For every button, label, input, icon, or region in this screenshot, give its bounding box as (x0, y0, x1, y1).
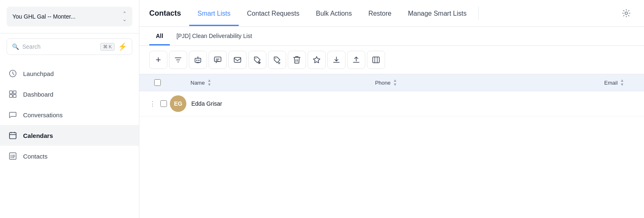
top-nav-divider (478, 7, 479, 20)
row-checkbox-col (157, 100, 170, 107)
tab-manage-smart-lists[interactable]: Manage Smart Lists (400, 1, 475, 26)
avatar: EG (170, 95, 186, 112)
svg-rect-16 (373, 57, 379, 63)
svg-rect-5 (9, 133, 16, 139)
sidebar-nav: Launchpad Dashboard Conversations (0, 60, 139, 218)
email-sort-icon: ▲▼ (620, 78, 624, 87)
svg-point-14 (256, 58, 256, 59)
settings-button[interactable] (618, 5, 634, 21)
delete-button[interactable] (288, 51, 306, 69)
contacts-icon (8, 152, 17, 161)
workspace-selector[interactable]: You GHL Gal -- Monter... ⌃⌄ (7, 7, 132, 26)
header-checkbox-col (149, 79, 166, 86)
svg-rect-8 (195, 58, 201, 62)
svg-rect-3 (9, 95, 12, 97)
sub-tab-pjd-label: [PJD] Clean Deliverability List (176, 33, 252, 39)
add-tag-button[interactable] (248, 51, 266, 69)
columns-button[interactable] (367, 51, 385, 69)
tab-restore-label: Restore (368, 10, 391, 17)
avatar-initials: EG (174, 100, 182, 107)
sub-tab-all[interactable]: All (149, 27, 170, 45)
row-menu-dots[interactable]: ⋮ (149, 100, 157, 108)
svg-rect-6 (9, 153, 16, 159)
launchpad-icon (8, 69, 17, 78)
bot-button[interactable] (189, 51, 207, 69)
svg-rect-1 (9, 91, 12, 94)
tab-smart-lists-label: Smart Lists (197, 10, 230, 17)
row-select-checkbox[interactable] (160, 100, 167, 107)
workspace-name: You GHL Gal -- Monter... (12, 13, 75, 20)
column-phone-label: Phone (375, 80, 391, 86)
download-button[interactable] (327, 51, 346, 69)
toolbar: + (139, 46, 644, 74)
tab-bulk-actions-label: Bulk Actions (316, 10, 352, 17)
table-area: Name ▲▼ Phone ▲▼ Email ▲▼ ⋮ EG Edda Gris… (139, 74, 644, 218)
search-kbd: ⌘ K (100, 43, 115, 51)
chevron-updown-icon: ⌃⌄ (122, 11, 127, 22)
search-icon: 🔍 (12, 43, 19, 50)
sidebar-item-launchpad-label: Launchpad (23, 70, 54, 77)
svg-rect-4 (13, 95, 16, 97)
tab-contact-requests[interactable]: Contact Requests (239, 1, 308, 26)
sidebar-item-dashboard[interactable]: Dashboard (0, 84, 139, 104)
tab-contact-requests-label: Contact Requests (247, 10, 299, 17)
sidebar-header: You GHL Gal -- Monter... ⌃⌄ (0, 0, 139, 33)
upload-button[interactable] (347, 51, 365, 69)
phone-sort-icon: ▲▼ (393, 78, 397, 87)
svg-point-10 (198, 60, 200, 61)
search-bar[interactable]: 🔍 Search ⌘ K ⚡ (7, 38, 132, 55)
top-nav: Contacts Smart Lists Contact Requests Bu… (139, 0, 644, 27)
star-button[interactable] (308, 51, 326, 69)
column-header-phone[interactable]: Phone ▲▼ (375, 78, 486, 87)
sidebar-item-launchpad[interactable]: Launchpad (0, 63, 139, 84)
calendars-icon (8, 131, 17, 140)
add-contact-button[interactable]: + (149, 51, 167, 69)
table-header-row: Name ▲▼ Phone ▲▼ Email ▲▼ (139, 74, 644, 91)
message-button[interactable] (209, 51, 227, 69)
sidebar-item-conversations-label: Conversations (23, 111, 63, 118)
select-all-checkbox[interactable] (154, 79, 161, 86)
sub-tab-all-label: All (156, 33, 163, 39)
column-header-email[interactable]: Email ▲▼ (486, 78, 634, 87)
name-sort-icon: ▲▼ (207, 78, 212, 87)
column-header-name[interactable]: Name ▲▼ (166, 78, 375, 87)
filter-button[interactable] (169, 51, 187, 69)
sidebar-item-conversations[interactable]: Conversations (0, 104, 139, 125)
sub-tab-pjd[interactable]: [PJD] Clean Deliverability List (170, 27, 259, 45)
svg-point-15 (275, 58, 276, 59)
main-content: Contacts Smart Lists Contact Requests Bu… (139, 0, 644, 218)
tab-contacts[interactable]: Contacts (149, 0, 189, 26)
tab-contacts-label: Contacts (149, 9, 181, 17)
sub-tabs: All [PJD] Clean Deliverability List (139, 27, 644, 46)
column-name-label: Name (190, 80, 205, 86)
remove-tag-button[interactable] (268, 51, 286, 69)
table-row: ⋮ EG Edda Grisar (139, 91, 644, 116)
sidebar-item-contacts-label: Contacts (23, 153, 47, 160)
sidebar-item-calendars-label: Calendars (23, 132, 53, 139)
sidebar: You GHL Gal -- Monter... ⌃⌄ 🔍 Search ⌘ K… (0, 0, 139, 218)
svg-rect-2 (13, 91, 16, 94)
sidebar-item-contacts[interactable]: Contacts (0, 146, 139, 166)
svg-point-9 (196, 60, 197, 61)
column-email-label: Email (604, 80, 618, 86)
tab-restore[interactable]: Restore (360, 1, 400, 26)
sidebar-item-calendars[interactable]: Calendars (0, 125, 139, 146)
search-left: 🔍 Search (12, 43, 40, 50)
conversations-icon (8, 110, 17, 119)
search-label: Search (22, 43, 40, 50)
dashboard-icon (8, 90, 17, 99)
email-button[interactable] (228, 51, 247, 69)
search-right: ⌘ K ⚡ (100, 42, 127, 51)
svg-point-7 (625, 12, 628, 14)
tab-smart-lists[interactable]: Smart Lists (189, 1, 239, 26)
sidebar-item-dashboard-label: Dashboard (23, 91, 53, 98)
lightning-icon: ⚡ (118, 42, 127, 51)
tab-manage-smart-lists-label: Manage Smart Lists (408, 10, 466, 17)
contact-name: Edda Grisar (191, 100, 222, 107)
tab-bulk-actions[interactable]: Bulk Actions (308, 1, 360, 26)
svg-rect-13 (234, 57, 241, 62)
svg-point-11 (197, 57, 198, 57)
